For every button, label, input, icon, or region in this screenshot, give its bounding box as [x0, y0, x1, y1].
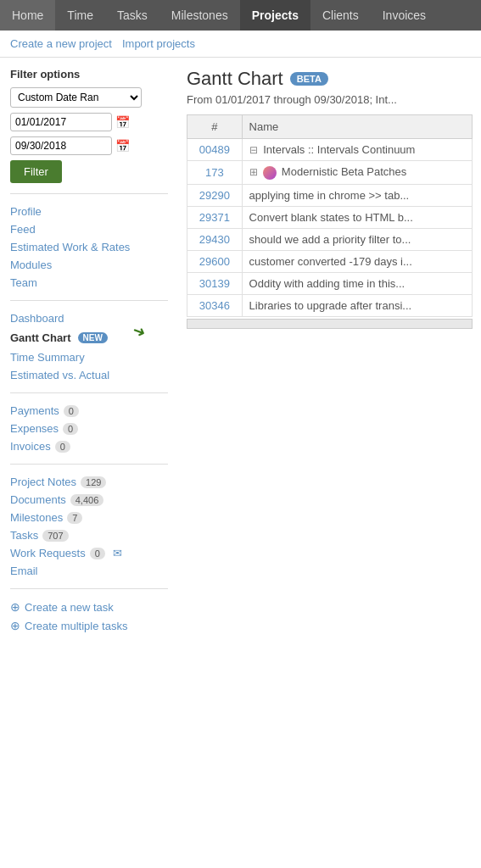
- filter-select-row: Custom Date Ran: [10, 87, 168, 108]
- expand-icon-1[interactable]: ⊞: [249, 166, 258, 178]
- sidebar-expenses[interactable]: Expenses: [10, 422, 59, 435]
- project-notes-badge: 129: [81, 476, 106, 488]
- row-name-5: customer converted -179 days i...: [242, 250, 472, 272]
- new-badge: NEW: [78, 332, 108, 343]
- sidebar-profile[interactable]: Profile: [10, 203, 168, 220]
- gantt-table: # Name 00489 ⊟ Intervals :: Intervals Co…: [187, 114, 473, 317]
- project-notes-row: Project Notes 129: [10, 473, 168, 491]
- beta-badge: BETA: [290, 72, 328, 86]
- sidebar-documents[interactable]: Documents: [10, 493, 66, 506]
- row-num-5[interactable]: 29600: [187, 250, 243, 272]
- sidebar-estimated-work[interactable]: Estimated Work & Rates: [10, 238, 168, 256]
- row-num-2[interactable]: 29290: [187, 184, 243, 206]
- table-row: 29430 should we add a priority filter to…: [187, 228, 473, 250]
- work-requests-row: Work Requests 0 ✉: [10, 544, 168, 562]
- sidebar-team[interactable]: Team: [10, 274, 168, 292]
- sidebar: Filter options Custom Date Ran 📅 📅 Filte…: [0, 68, 178, 635]
- nav-clients[interactable]: Clients: [310, 0, 371, 31]
- sidebar-payments[interactable]: Payments: [10, 404, 59, 417]
- table-row: 29371 Convert blank states to HTML b...: [187, 206, 473, 228]
- email-envelope-icon[interactable]: ✉: [113, 547, 122, 559]
- sidebar-gantt-chart[interactable]: Gantt Chart: [10, 329, 71, 347]
- create-project-link[interactable]: Create a new project: [10, 37, 112, 50]
- nav-time[interactable]: Time: [55, 0, 105, 31]
- milestones-badge: 7: [67, 512, 82, 524]
- row-num-0[interactable]: 00489: [187, 139, 243, 161]
- row-name-1: ⊞ Modernistic Beta Patches: [242, 161, 472, 185]
- content-area: Gantt Chart BETA From 01/01/2017 through…: [178, 68, 481, 635]
- sidebar-work-requests[interactable]: Work Requests: [10, 547, 86, 559]
- project-avatar-1: [263, 166, 277, 180]
- table-header-num: #: [187, 115, 243, 139]
- calendar-end-icon[interactable]: 📅: [115, 139, 130, 153]
- date-end-input[interactable]: [10, 136, 112, 155]
- divider-4: [10, 464, 168, 465]
- main-layout: Filter options Custom Date Ran 📅 📅 Filte…: [0, 58, 481, 635]
- table-header-name: Name: [242, 115, 472, 139]
- calendar-start-icon[interactable]: 📅: [115, 115, 130, 129]
- payments-row: Payments 0: [10, 402, 168, 420]
- date-start-row: 📅: [10, 113, 168, 131]
- table-row: 00489 ⊟ Intervals :: Intervals Continuum: [187, 139, 473, 161]
- sidebar-modules[interactable]: Modules: [10, 256, 168, 274]
- nav-milestones[interactable]: Milestones: [159, 0, 240, 31]
- table-row: 173 ⊞ Modernistic Beta Patches: [187, 161, 473, 185]
- table-row: 30139 Oddity with adding time in this...: [187, 272, 473, 294]
- row-name-3: Convert blank states to HTML b...: [242, 206, 472, 228]
- row-num-6[interactable]: 30139: [187, 272, 243, 294]
- nav-home[interactable]: Home: [0, 0, 55, 31]
- divider-3: [10, 392, 168, 393]
- date-end-row: 📅: [10, 136, 168, 155]
- row-name-2: applying time in chrome >> tab...: [242, 184, 472, 206]
- invoices-badge: 0: [55, 441, 70, 453]
- tasks-row: Tasks 707: [10, 526, 168, 544]
- create-new-task-link[interactable]: ⊕ Create a new task: [10, 598, 168, 616]
- import-projects-link[interactable]: Import projects: [122, 37, 195, 50]
- row-num-4[interactable]: 29430: [187, 228, 243, 250]
- nav-invoices[interactable]: Invoices: [371, 0, 438, 31]
- gantt-date-range: From 01/01/2017 through 09/30/2018; Int.…: [187, 93, 473, 106]
- documents-row: Documents 4,406: [10, 491, 168, 509]
- table-row: 29600 customer converted -179 days i...: [187, 250, 473, 272]
- sidebar-estimated-vs-actual[interactable]: Estimated vs. Actual: [10, 366, 168, 384]
- filter-button[interactable]: Filter: [10, 160, 62, 183]
- row-num-7[interactable]: 30346: [187, 294, 243, 316]
- plus-icon-2: ⊕: [10, 619, 20, 632]
- row-num-1[interactable]: 173: [187, 161, 243, 185]
- tasks-badge: 707: [42, 530, 68, 542]
- date-range-select[interactable]: Custom Date Ran: [10, 87, 142, 108]
- table-row: 30346 Libraries to upgrade after transi.…: [187, 294, 473, 316]
- sidebar-project-notes[interactable]: Project Notes: [10, 476, 76, 488]
- row-name-4: should we add a priority filter to...: [242, 228, 472, 250]
- gantt-chart-title: Gantt Chart: [187, 68, 283, 90]
- sidebar-time-summary[interactable]: Time Summary: [10, 348, 168, 366]
- sidebar-invoices[interactable]: Invoices: [10, 440, 51, 453]
- documents-badge: 4,406: [70, 494, 104, 506]
- row-name-0: ⊟ Intervals :: Intervals Continuum: [242, 139, 472, 161]
- sidebar-feed[interactable]: Feed: [10, 220, 168, 238]
- arrow-hint-area: Gantt Chart NEW ➜: [10, 329, 168, 347]
- row-num-3[interactable]: 29371: [187, 206, 243, 228]
- divider-2: [10, 300, 168, 301]
- collapse-icon-0[interactable]: ⊟: [249, 144, 258, 156]
- nav-tasks[interactable]: Tasks: [105, 0, 159, 31]
- create-new-task-label: Create a new task: [25, 601, 114, 614]
- sidebar-tasks[interactable]: Tasks: [10, 529, 38, 542]
- work-requests-badge: 0: [90, 548, 105, 559]
- invoices-row: Invoices 0: [10, 437, 168, 455]
- plus-icon-1: ⊕: [10, 600, 20, 614]
- nav-projects[interactable]: Projects: [240, 0, 310, 31]
- sidebar-email[interactable]: Email: [10, 562, 168, 580]
- expenses-badge: 0: [63, 423, 78, 435]
- divider-5: [10, 588, 168, 589]
- expenses-row: Expenses 0: [10, 420, 168, 437]
- row-name-6: Oddity with adding time in this...: [242, 272, 472, 294]
- filter-options-title: Filter options: [10, 68, 168, 81]
- horizontal-scrollbar[interactable]: [187, 319, 473, 329]
- create-multiple-tasks-link[interactable]: ⊕ Create multiple tasks: [10, 616, 168, 635]
- divider-1: [10, 193, 168, 194]
- gantt-title-row: Gantt Chart BETA: [187, 68, 473, 90]
- row-name-7: Libraries to upgrade after transi...: [242, 294, 472, 316]
- date-start-input[interactable]: [10, 113, 112, 131]
- sidebar-milestones[interactable]: Milestones: [10, 511, 63, 524]
